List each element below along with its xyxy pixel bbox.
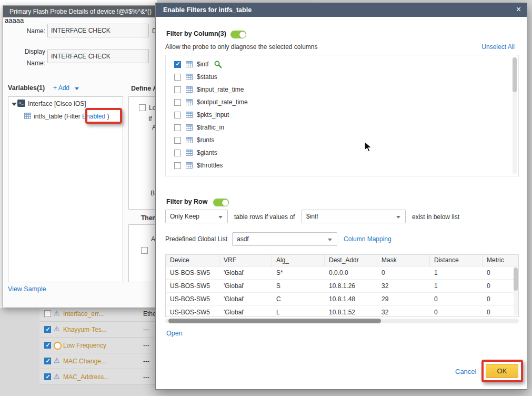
variables-tree-panel: >_ Interface [Cisco IOS] intfs_table (Fi… xyxy=(8,96,123,282)
add-variable-button[interactable]: + Add xyxy=(53,84,69,92)
alert-row[interactable]: Khayyum-Tes... --- xyxy=(39,322,160,338)
view-sample-link[interactable]: View Sample xyxy=(8,285,46,293)
row-filter-mode-select[interactable]: Only Keep xyxy=(165,210,228,223)
preview-table-header: DeviceVRFAlg_Dest_AddrMaskDistanceMetric xyxy=(166,255,518,266)
alert-checkbox[interactable] xyxy=(44,326,51,333)
column-filter-row[interactable]: $intf xyxy=(166,58,518,71)
page: Interface_err... Ethern... Khayyum-Tes..… xyxy=(0,0,532,396)
horizontal-scrollbar-thumb[interactable] xyxy=(168,319,381,323)
table-cell: 'Global' xyxy=(219,293,272,305)
alert-type-icon xyxy=(54,357,62,365)
then-label: Then xyxy=(141,214,156,222)
column-filter-row[interactable]: $traffic_in xyxy=(166,121,518,134)
cancel-button[interactable]: Cancel xyxy=(455,368,476,375)
enable-filters-modal: Enable Filters for intfs_table × Filter … xyxy=(155,3,527,390)
table-cell: 32 xyxy=(377,280,430,292)
table-column-header: Metric xyxy=(483,255,519,266)
alert-checkbox[interactable] xyxy=(44,310,51,317)
table-icon xyxy=(24,113,31,121)
table-cell: US-BOS-SW5 xyxy=(166,293,219,305)
table-column-icon xyxy=(186,61,193,67)
close-icon[interactable]: × xyxy=(516,5,521,14)
table-cell: 10.8.1.52 xyxy=(325,306,377,317)
column-checkbox[interactable] xyxy=(174,137,181,144)
table-cell: US-BOS-SW5 xyxy=(166,306,219,317)
tree-item-intfs-table[interactable]: intfs_table (Filter Enabled ) xyxy=(34,113,109,120)
tree-expander-icon[interactable] xyxy=(12,103,17,106)
select-value: Only Keep xyxy=(170,213,199,220)
modal-title: Enable Filters for intfs_table xyxy=(156,3,527,17)
table-row[interactable]: US-BOS-SW5'Global'S*0.0.0.0010 xyxy=(166,266,518,280)
alert-row[interactable]: Interface_err... Ethern... xyxy=(39,306,160,322)
column-checkbox[interactable] xyxy=(174,99,181,106)
column-filter-row[interactable]: $input_rate_time xyxy=(166,83,518,96)
lock-checkbox[interactable] xyxy=(139,104,146,111)
scrollbar-thumb[interactable] xyxy=(514,268,518,291)
alert-row[interactable]: MAC_Address... --- xyxy=(39,369,160,385)
display-name-input[interactable]: INTERFACE CHECK xyxy=(47,49,149,63)
column-name: $pkts_input xyxy=(197,111,229,118)
display-name-label: Display Name: xyxy=(7,46,45,69)
column-checkbox[interactable] xyxy=(174,124,181,131)
table-cell: C xyxy=(272,293,325,305)
column-checkbox[interactable] xyxy=(174,150,181,156)
alert-list: Interface_err... Ethern... Khayyum-Tes..… xyxy=(39,306,160,385)
open-link[interactable]: Open xyxy=(166,330,183,337)
column-checkbox[interactable] xyxy=(174,162,181,169)
table-row[interactable]: US-BOS-SW5'Global'C10.8.1.482900 xyxy=(166,293,518,306)
column-name: $output_rate_time xyxy=(197,98,248,106)
filter-by-column-toggle[interactable] xyxy=(230,31,246,38)
table-row[interactable]: US-BOS-SW5'Global'L10.8.1.523200 xyxy=(166,306,518,317)
unselect-all-link[interactable]: Unselect All xyxy=(481,43,515,51)
column-filter-row[interactable]: $output_rate_time xyxy=(166,96,518,108)
column-filter-row[interactable]: $giants xyxy=(166,146,518,159)
chevron-down-icon xyxy=(396,216,400,219)
name-input[interactable]: INTERFACE CHECK xyxy=(47,24,149,37)
column-checkbox[interactable] xyxy=(174,74,181,81)
alert-checkbox[interactable] xyxy=(44,358,51,364)
table-column-header: Dest_Addr xyxy=(325,255,377,266)
alert-checkbox[interactable] xyxy=(44,342,51,349)
column-checkbox[interactable] xyxy=(174,61,181,68)
ok-button[interactable]: OK xyxy=(486,364,518,378)
predefined-global-list-label: Predefined Global List xyxy=(165,235,227,243)
table-cell: 1 xyxy=(430,266,483,279)
scrollbar-thumb[interactable] xyxy=(513,57,517,92)
column-filter-row[interactable]: $runts xyxy=(166,134,518,146)
scrollbar-track[interactable] xyxy=(513,57,517,174)
variables-heading: Variables(1) xyxy=(8,84,45,92)
alert-row[interactable]: Low Frequency --- xyxy=(39,338,160,353)
chevron-down-icon[interactable] xyxy=(75,87,79,90)
tree-item-interface[interactable]: Interface [Cisco IOS] xyxy=(28,100,86,107)
column-filter-row[interactable]: $pkts_input xyxy=(166,108,518,121)
filter-enabled-link[interactable]: Enabled xyxy=(82,113,105,120)
alert-name[interactable]: Interface_err... xyxy=(63,310,104,318)
column-checkbox[interactable] xyxy=(174,86,181,93)
table-row[interactable]: US-BOS-SW5'Global'S10.8.1.263210 xyxy=(166,280,518,293)
table-cell: US-BOS-SW5 xyxy=(166,280,219,292)
table-cell: 32 xyxy=(377,306,430,317)
column-mapping-link[interactable]: Column Mapping xyxy=(344,235,392,243)
row-filter-column-select[interactable]: $intf xyxy=(302,210,406,223)
alert-checkbox-fragment[interactable] xyxy=(141,247,148,254)
scrollbar-track[interactable] xyxy=(514,267,518,315)
alert-checkbox[interactable] xyxy=(44,373,51,380)
column-filter-row[interactable]: $status xyxy=(166,71,518,83)
filter-by-row-toggle[interactable] xyxy=(213,199,229,206)
name-label: Name: xyxy=(7,27,45,35)
table-cell: 'Global' xyxy=(219,306,272,317)
column-filter-row[interactable]: $throttles xyxy=(166,159,518,172)
horizontal-scrollbar-track[interactable] xyxy=(165,319,519,323)
alert-name[interactable]: MAC Change... xyxy=(63,358,106,365)
column-checkbox[interactable] xyxy=(174,112,181,118)
table-column-header: Distance xyxy=(430,255,483,266)
lookup-icon[interactable] xyxy=(214,61,222,68)
alert-name[interactable]: Khayyum-Tes... xyxy=(63,326,107,333)
predefined-global-list-select[interactable]: asdf xyxy=(232,232,337,246)
alert-name[interactable]: MAC_Address... xyxy=(63,373,109,381)
alert-interface-value: --- xyxy=(143,373,149,381)
table-column-icon xyxy=(186,124,193,131)
alert-row[interactable]: MAC Change... --- xyxy=(39,353,160,369)
column-name: $giants xyxy=(197,149,217,156)
alert-name[interactable]: Low Frequency xyxy=(63,342,106,349)
